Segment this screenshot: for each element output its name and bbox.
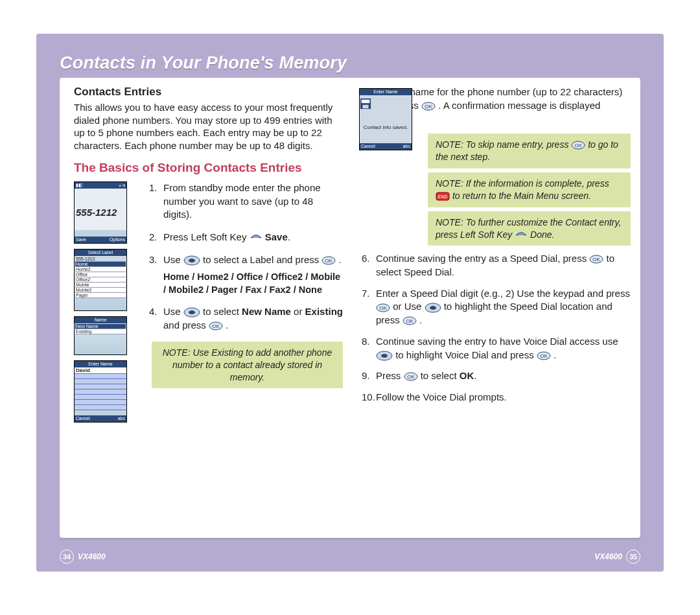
svg-text:OK: OK bbox=[593, 257, 601, 262]
softkey-cancel-r: Cancel bbox=[361, 143, 375, 150]
note-customize: NOTE: To further customize the Contact e… bbox=[428, 211, 631, 246]
note-a-pre: NOTE: To skip name entry, press bbox=[436, 139, 571, 150]
end-icon: END bbox=[436, 192, 450, 201]
phone-screenshot-2: Select Label 555-1212 Home Home2 Office … bbox=[74, 249, 127, 311]
heading-basics: The Basics of Storing Contacts Entries bbox=[74, 161, 343, 175]
label-pager: Pager bbox=[75, 293, 126, 298]
note-skip-name: NOTE: To skip name entry, press OK to go… bbox=[428, 133, 631, 168]
ok-icon: OK bbox=[421, 102, 436, 111]
ok-icon: OK bbox=[537, 351, 551, 360]
nav-icon bbox=[183, 307, 200, 318]
phone-screenshot-4: Enter Name David Cancelabc bbox=[74, 360, 127, 423]
label-number: 555-1212 bbox=[75, 257, 126, 262]
footer-left: 34 VX4600 bbox=[60, 550, 106, 564]
intro-paragraph: This allows you to have easy access to y… bbox=[74, 101, 343, 152]
step-4-post: and press bbox=[163, 319, 209, 331]
step-1: 1.From standby mode enter the phone numb… bbox=[149, 181, 343, 222]
step-4-pre: Use bbox=[163, 306, 183, 317]
left-steps: 1.From standby mode enter the phone numb… bbox=[137, 181, 343, 388]
softkey-cancel: Cancel bbox=[76, 415, 90, 422]
phone-screenshot-3: Name New Name Existing bbox=[74, 316, 127, 355]
svg-point-22 bbox=[430, 306, 436, 310]
step-7-b: or Use bbox=[393, 301, 424, 312]
right-steps-bottom: 6. Continue saving the entry as a Speed … bbox=[362, 252, 631, 404]
svg-point-1 bbox=[189, 259, 195, 262]
svg-text:OK: OK bbox=[540, 353, 548, 359]
step-4-existing: Existing bbox=[305, 306, 343, 317]
heading-contacts-entries: Contacts Entries bbox=[74, 86, 343, 99]
step-4-or: or bbox=[291, 306, 305, 317]
label-office2: Office2 bbox=[75, 277, 126, 283]
step-9-a: Press bbox=[376, 370, 404, 381]
ok-icon: OK bbox=[404, 372, 418, 381]
step-8-b: to highlight Voice Dial and press bbox=[395, 349, 537, 360]
step-3-mid: to select a Label and press bbox=[203, 254, 321, 265]
option-existing: Existing bbox=[75, 329, 126, 334]
step-2-pre: Press Left Soft Key bbox=[163, 231, 250, 242]
title-enter-name: Enter Name bbox=[75, 361, 126, 367]
svg-text:END: END bbox=[438, 194, 448, 199]
step-9-ok: OK bbox=[460, 370, 474, 381]
softkey-abc: abc bbox=[118, 415, 125, 422]
left-column: Contacts Entries This allows you to have… bbox=[74, 86, 343, 428]
softkey-abc-r: abc bbox=[403, 143, 410, 150]
phone-screenshot-1: ▮◧⏚ ▥ 555-1212 SaveOptions bbox=[74, 181, 127, 244]
step-7-a: Enter a Speed Dial digit (e.g., 2) Use t… bbox=[376, 288, 630, 299]
ok-icon: OK bbox=[321, 256, 336, 265]
ok-icon: OK bbox=[402, 316, 417, 325]
softkey-options: Options bbox=[110, 237, 125, 243]
nav-icon bbox=[376, 351, 393, 361]
option-new-name: New Name bbox=[75, 324, 126, 329]
svg-text:OK: OK bbox=[325, 258, 333, 264]
step-9: 9. Press OK to select OK. bbox=[362, 369, 631, 383]
step-1-text: From standby mode enter the phone number… bbox=[163, 181, 343, 222]
ok-icon: OK bbox=[209, 321, 223, 331]
note-b-post: to return to the Main Menu screen. bbox=[452, 191, 591, 201]
step-4-newname: New Name bbox=[242, 306, 291, 317]
step-2-save: Save bbox=[265, 231, 288, 242]
note-c-post: Done. bbox=[530, 229, 554, 240]
dialer-number: 555-1212 bbox=[75, 189, 126, 218]
phone-screenshots-column: ▮◧⏚ ▥ 555-1212 SaveOptions Select Label … bbox=[74, 181, 127, 428]
ok-icon: OK bbox=[376, 303, 390, 312]
svg-point-5 bbox=[189, 310, 195, 314]
title-name: Name bbox=[75, 317, 126, 323]
model-label-right: VX4600 bbox=[594, 552, 622, 561]
nav-icon bbox=[425, 303, 441, 313]
phone-screenshot-right: Enter Name Contact info saved. Cancelabc bbox=[359, 88, 412, 150]
step-4-mid: to select bbox=[203, 306, 242, 317]
ok-icon: OK bbox=[571, 141, 585, 150]
svg-point-26 bbox=[381, 354, 388, 358]
step-8-a: Continue saving the entry to have Voice … bbox=[376, 336, 618, 347]
note-existing: NOTE: Use Existing to add another phone … bbox=[152, 342, 343, 389]
svg-text:OK: OK bbox=[407, 374, 415, 380]
confirmation-message: Contact info saved. bbox=[360, 113, 412, 130]
entered-name: David bbox=[75, 367, 126, 374]
label-home: Home bbox=[75, 262, 126, 267]
softkey-icon bbox=[250, 233, 262, 242]
step-10-text: Follow the Voice Dial prompts. bbox=[376, 391, 507, 404]
right-column: Enter Name Contact info saved. Cancelabc… bbox=[362, 86, 631, 412]
svg-text:OK: OK bbox=[212, 323, 220, 329]
step-9-b: to select bbox=[421, 370, 460, 381]
footer-right: VX4600 35 bbox=[594, 550, 640, 564]
step-3: 3. Use to select a Label and press OK . … bbox=[149, 253, 343, 297]
step-7: 7. Enter a Speed Dial digit (e.g., 2) Us… bbox=[362, 287, 631, 327]
page-header: Contacts in Your Phone's Memory bbox=[60, 53, 347, 73]
page-number-right: 35 bbox=[626, 550, 640, 564]
model-label-left: VX4600 bbox=[78, 552, 106, 561]
step-10: 10.Follow the Voice Dial prompts. bbox=[362, 391, 631, 404]
label-home2: Home2 bbox=[75, 267, 126, 272]
label-office: Office bbox=[75, 272, 126, 277]
step-4: 4. Use to select New Name or Existing an… bbox=[149, 305, 343, 332]
step-3-pre: Use bbox=[163, 254, 183, 265]
label-options: Home / Home2 / Office / Office2 / Mobile… bbox=[163, 270, 343, 296]
label-mobile2: Mobile2 bbox=[75, 288, 126, 293]
page-body: Contacts Entries This allows you to have… bbox=[60, 78, 640, 538]
step-3-post: . bbox=[339, 254, 342, 265]
step-8: 8. Continue saving the entry to have Voi… bbox=[362, 335, 631, 362]
note-complete: NOTE: If the information is complete, pr… bbox=[428, 172, 631, 207]
softkey-save: Save bbox=[76, 237, 86, 243]
note-b-pre: NOTE: If the information is complete, pr… bbox=[436, 178, 609, 189]
nav-icon bbox=[183, 255, 200, 266]
